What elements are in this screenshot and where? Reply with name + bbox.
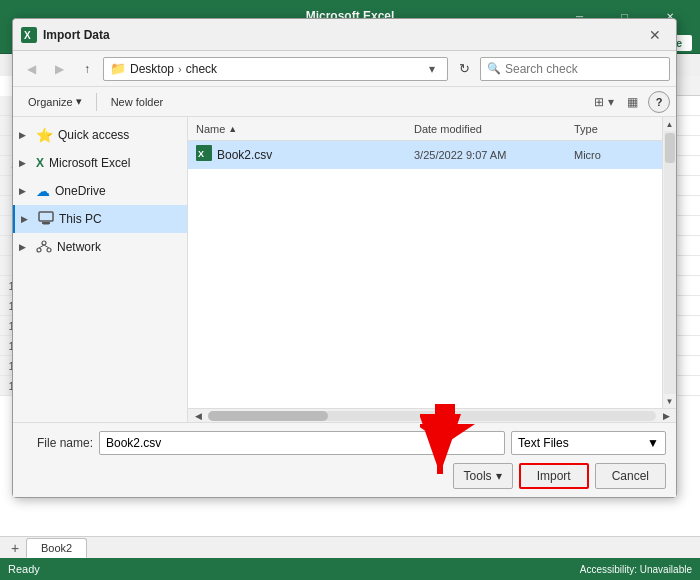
excel-sidebar-label: Microsoft Excel [49, 156, 181, 170]
view-button[interactable]: ⊞ ▾ [592, 91, 616, 113]
import-button[interactable]: Import [519, 463, 589, 489]
excel-sidebar-icon: X [36, 156, 44, 170]
vscroll-thumb[interactable] [665, 133, 675, 163]
network-label: Network [57, 240, 181, 254]
filetype-label: Text Files [518, 436, 569, 450]
dialog-sidebar: ▶ ⭐ Quick access ▶ X Microsoft Excel ▶ ☁… [13, 117, 188, 422]
hscroll-right-button[interactable]: ▶ [658, 409, 674, 422]
file-list-body: X Book2.csv 3/25/2022 9:07 AM Micro [188, 141, 662, 408]
filename-label: File name: [23, 436, 93, 450]
breadcrumb-check: check [186, 62, 217, 76]
vertical-scrollbar: ▲ ▼ [662, 117, 676, 408]
dialog-footer: File name: Text Files ▼ Tools ▾ Import C… [13, 422, 676, 497]
footer-row-buttons: Tools ▾ Import Cancel [23, 463, 666, 489]
thispc-label: This PC [59, 212, 181, 226]
footer-row-filename: File name: Text Files ▼ [23, 431, 666, 455]
quick-access-icon: ⭐ [36, 127, 53, 143]
network-icon [36, 239, 52, 256]
nav-back-button[interactable]: ◀ [19, 57, 43, 81]
file-type-book2: Micro [574, 149, 654, 161]
file-list-header: Name ▲ Date modified Type [188, 117, 662, 141]
vscroll-track [664, 131, 676, 394]
file-list: Name ▲ Date modified Type [188, 117, 662, 408]
dialog-body: ▶ ⭐ Quick access ▶ X Microsoft Excel ▶ ☁… [13, 117, 676, 422]
tools-button[interactable]: Tools ▾ [453, 463, 513, 489]
onedrive-expand-icon: ▶ [19, 186, 31, 196]
svg-point-5 [42, 241, 46, 245]
dialog-navbar: ◀ ▶ ↑ 📁 Desktop › check ▾ ↻ 🔍 [13, 51, 676, 87]
dialog-toolbar: Organize ▾ New folder ⊞ ▾ ▦ ? [13, 87, 676, 117]
col-type[interactable]: Type [574, 123, 654, 135]
svg-rect-2 [39, 212, 53, 221]
preview-button[interactable]: ▦ [620, 91, 644, 113]
sidebar-item-quick-access[interactable]: ▶ ⭐ Quick access [13, 121, 187, 149]
vscroll-up-button[interactable]: ▲ [663, 117, 677, 131]
excel-statusbar: Ready Accessibility: Unavailable [0, 558, 700, 580]
sidebar-item-onedrive[interactable]: ▶ ☁ OneDrive [13, 177, 187, 205]
col-sort-arrow: ▲ [228, 124, 237, 134]
refresh-button[interactable]: ↻ [452, 57, 476, 81]
import-data-dialog: X Import Data ✕ ◀ ▶ ↑ 📁 Desktop › check … [12, 18, 677, 498]
sheet-tab-book2[interactable]: Book2 [26, 538, 87, 558]
sidebar-item-microsoft-excel[interactable]: ▶ X Microsoft Excel [13, 149, 187, 177]
new-folder-button[interactable]: New folder [102, 91, 173, 113]
search-input[interactable] [505, 62, 645, 76]
dialog-titlebar: X Import Data ✕ [13, 19, 676, 51]
search-box[interactable]: 🔍 [480, 57, 670, 81]
dialog-excel-icon: X [21, 27, 37, 43]
sidebar-item-network[interactable]: ▶ Network [13, 233, 187, 261]
breadcrumb-dropdown-arrow[interactable]: ▾ [423, 59, 441, 79]
onedrive-icon: ☁ [36, 183, 50, 199]
svg-point-6 [37, 248, 41, 252]
onedrive-label: OneDrive [55, 184, 181, 198]
svg-line-9 [44, 245, 49, 248]
file-list-container: Name ▲ Date modified Type [188, 117, 676, 422]
vscroll-down-button[interactable]: ▼ [663, 394, 677, 408]
tools-arrow-icon: ▾ [496, 469, 502, 483]
breadcrumb-bar[interactable]: 📁 Desktop › check ▾ [103, 57, 448, 81]
new-folder-label: New folder [111, 96, 164, 108]
search-icon: 🔍 [487, 62, 501, 75]
organize-arrow: ▾ [76, 95, 82, 108]
sheet-tabs: + Book2 [0, 536, 700, 558]
add-sheet-button[interactable]: + [4, 538, 26, 558]
nav-forward-button[interactable]: ▶ [47, 57, 71, 81]
svg-text:X: X [24, 30, 31, 41]
thispc-icon [38, 211, 54, 228]
breadcrumb-folder-icon: 📁 [110, 61, 126, 76]
dialog-title: Import Data [43, 28, 642, 42]
sidebar-item-this-pc[interactable]: ▶ This PC [13, 205, 187, 233]
dialog-close-button[interactable]: ✕ [642, 24, 668, 46]
cancel-button[interactable]: Cancel [595, 463, 666, 489]
csv-file-icon: X [196, 145, 212, 164]
file-row-book2[interactable]: X Book2.csv 3/25/2022 9:07 AM Micro [188, 141, 662, 169]
organize-button[interactable]: Organize ▾ [19, 91, 91, 113]
horizontal-scrollbar: ◀ ▶ [188, 408, 676, 422]
network-expand-icon: ▶ [19, 242, 31, 252]
toolbar-right: ⊞ ▾ ▦ ? [592, 91, 670, 113]
excel-expand-icon: ▶ [19, 158, 31, 168]
organize-label: Organize [28, 96, 73, 108]
svg-point-7 [47, 248, 51, 252]
hscroll-left-button[interactable]: ◀ [190, 409, 206, 422]
breadcrumb-separator: › [178, 63, 182, 75]
col-name[interactable]: Name ▲ [196, 123, 414, 135]
thispc-expand-icon: ▶ [21, 214, 33, 224]
accessibility-status: Accessibility: Unavailable [580, 564, 692, 575]
col-date[interactable]: Date modified [414, 123, 574, 135]
nav-up-button[interactable]: ↑ [75, 57, 99, 81]
file-list-inner: Name ▲ Date modified Type [188, 117, 676, 408]
filetype-dropdown[interactable]: Text Files ▼ [511, 431, 666, 455]
breadcrumb-text: Desktop [130, 62, 174, 76]
svg-line-8 [39, 245, 44, 248]
quick-access-expand-icon: ▶ [19, 130, 31, 140]
help-button[interactable]: ? [648, 91, 670, 113]
filetype-dropdown-arrow: ▼ [647, 436, 659, 450]
file-date-book2: 3/25/2022 9:07 AM [414, 149, 574, 161]
hscroll-thumb[interactable] [208, 411, 328, 421]
file-name-book2: X Book2.csv [196, 145, 414, 164]
quick-access-label: Quick access [58, 128, 181, 142]
filename-input[interactable] [99, 431, 505, 455]
toolbar-separator [96, 93, 97, 111]
svg-text:X: X [198, 149, 204, 159]
